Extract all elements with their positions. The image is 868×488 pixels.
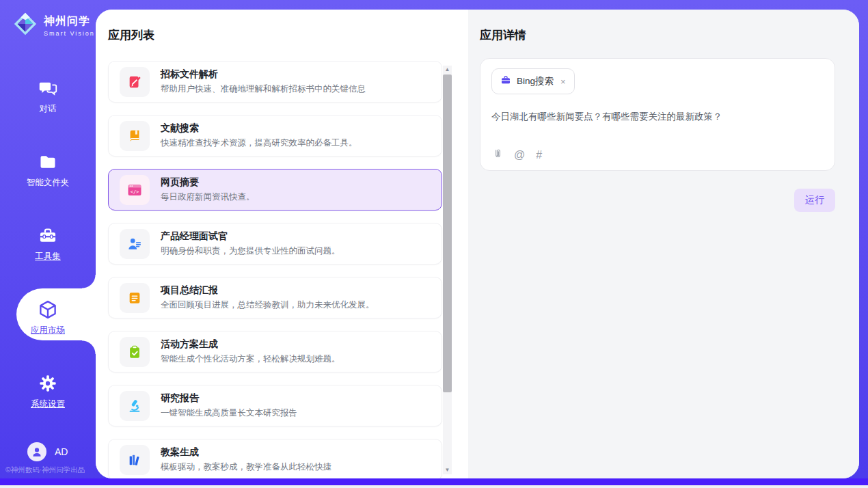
microscope-icon: [120, 391, 150, 421]
run-button[interactable]: 运行: [794, 189, 835, 212]
app-list-item[interactable]: 产品经理面试官 明确身份和职责，为您提供专业性的面试问题。: [108, 223, 442, 265]
book-icon: [120, 121, 150, 151]
app-list-item[interactable]: </> 网页摘要 每日政府新闻资讯快查。: [108, 169, 442, 211]
copyright-footer: ©神州数码·神州问学出品: [5, 465, 85, 475]
app-name: 活动方案生成: [161, 338, 340, 351]
person-icon: [31, 446, 43, 458]
app-name: 产品经理面试官: [161, 230, 340, 243]
svg-text:</>: </>: [131, 189, 139, 194]
composer-toolbar: @ #: [493, 148, 542, 162]
briefcase-icon: [500, 74, 511, 88]
app-list-item[interactable]: 研究报告 一键智能生成高质量长文本研究报告: [108, 385, 442, 426]
gear-icon: [38, 373, 58, 394]
tool-chip-label: Bing搜索: [517, 75, 554, 87]
doc-pen-icon: [120, 67, 150, 97]
brand-name: 神州问学: [44, 14, 95, 29]
query-text[interactable]: 今日湖北有哪些新闻要点？有哪些需要关注的最新政策？: [491, 111, 824, 123]
app-description: 全面回顾项目进展，总结经验教训，助力未来优化发展。: [161, 299, 375, 311]
avatar[interactable]: [27, 442, 46, 461]
app-description: 帮助用户快速、准确地理解和解析招标书中的关键信息: [161, 83, 366, 95]
app-description: 模板驱动，教案秒成，教学准备从此轻松快捷: [161, 461, 331, 473]
app-detail-panel: 应用详情 Bing搜索 × 今日湖北有哪些新闻要点？有哪些需要关注的最新政策？: [468, 10, 859, 478]
app-description: 快速精准查找学术资源，提高研究效率的必备工具。: [161, 137, 357, 149]
app-list-title: 应用列表: [108, 27, 468, 43]
app-name: 研究报告: [161, 392, 297, 405]
sidebar-item-folder[interactable]: 智能文件夹: [0, 145, 96, 219]
bottom-accent-bar: [0, 478, 868, 485]
scroll-up-arrow-icon[interactable]: ▲: [443, 66, 452, 74]
app-name: 文献搜索: [161, 122, 357, 135]
app-description: 智能生成个性化活动方案，轻松解决规划难题。: [161, 353, 340, 365]
brand-logo: 神州问学 Smart Vision: [0, 0, 96, 40]
sidebar-item-toolbox[interactable]: 工具集: [0, 219, 96, 293]
app-list-item[interactable]: 文献搜索 快速精准查找学术资源，提高研究效率的必备工具。: [108, 115, 442, 157]
cube-icon: [38, 299, 58, 320]
scrollbar-thumb[interactable]: [443, 74, 452, 392]
app-name: 招标文件解析: [161, 68, 366, 81]
app-list-item[interactable]: 教案生成 模板驱动，教案秒成，教学准备从此轻松快捷: [108, 439, 442, 478]
person-chart-icon: [120, 229, 150, 259]
note-icon: [120, 283, 150, 313]
app-list-panel: 应用列表 招标文件解析 帮助用户快速、准确地理解和解析招标书中的关键信息 文献搜…: [96, 10, 468, 478]
brand-subtitle: Smart Vision: [44, 30, 95, 37]
app-list: 招标文件解析 帮助用户快速、准确地理解和解析招标书中的关键信息 文献搜索 快速精…: [108, 61, 442, 478]
diamond-logo-icon: [12, 11, 38, 40]
app-description: 明确身份和职责，为您提供专业性的面试问题。: [161, 245, 340, 257]
run-row: 运行: [480, 189, 835, 212]
sidebar: 神州问学 Smart Vision 对话 智能文件夹 工具集 应用市场 系统设置…: [0, 0, 96, 480]
scroll-down-arrow-icon[interactable]: ▼: [443, 466, 452, 474]
app-name: 网页摘要: [161, 176, 255, 189]
app-name: 教案生成: [161, 446, 331, 459]
app-description: 一键智能生成高质量长文本研究报告: [161, 407, 297, 419]
sidebar-item-chat[interactable]: 对话: [0, 71, 96, 145]
app-list-item[interactable]: 活动方案生成 智能生成个性化活动方案，轻松解决规划难题。: [108, 331, 442, 372]
user-initials: AD: [55, 446, 68, 457]
browser-code-icon: </>: [120, 175, 150, 205]
prompt-card[interactable]: Bing搜索 × 今日湖北有哪些新闻要点？有哪些需要关注的最新政策？ @ #: [480, 58, 835, 171]
sidebar-item-cube[interactable]: 应用市场: [0, 293, 96, 366]
app-name: 项目总结汇报: [161, 284, 375, 297]
books-icon: [120, 445, 150, 475]
scrollbar[interactable]: ▲ ▼: [443, 66, 452, 474]
clipboard-check-icon: [120, 337, 150, 367]
folder-icon: [38, 152, 58, 172]
close-icon[interactable]: ×: [560, 77, 566, 87]
paperclip-icon[interactable]: [493, 148, 503, 162]
sidebar-nav: 对话 智能文件夹 工具集 应用市场 系统设置: [0, 71, 96, 440]
content-area: 应用列表 招标文件解析 帮助用户快速、准确地理解和解析招标书中的关键信息 文献搜…: [96, 10, 859, 478]
toolbox-icon: [38, 226, 58, 246]
sidebar-item-gear[interactable]: 系统设置: [0, 366, 96, 440]
at-icon[interactable]: @: [514, 149, 525, 161]
bottom-edge-strip: [0, 485, 868, 488]
app-description: 每日政府新闻资讯快查。: [161, 191, 255, 203]
app-list-item[interactable]: 招标文件解析 帮助用户快速、准确地理解和解析招标书中的关键信息: [108, 61, 442, 103]
chat-icon: [38, 78, 58, 98]
hash-icon[interactable]: #: [536, 149, 542, 161]
app-list-item[interactable]: 项目总结汇报 全面回顾项目进展，总结经验教训，助力未来优化发展。: [108, 277, 442, 318]
user-row[interactable]: AD: [0, 442, 96, 461]
tool-chip-bing-search[interactable]: Bing搜索 ×: [491, 68, 575, 94]
app-detail-title: 应用详情: [480, 27, 859, 43]
